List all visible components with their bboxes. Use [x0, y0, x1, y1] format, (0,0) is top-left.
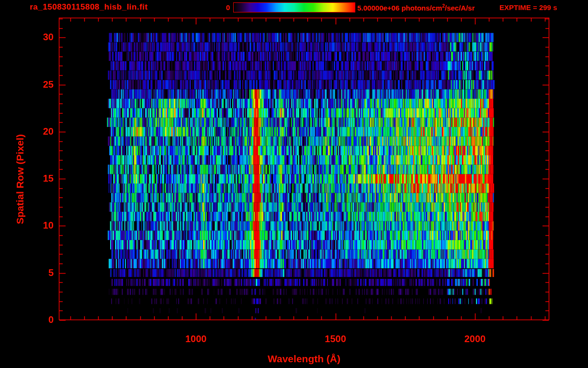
y-tick-label: 30 [28, 32, 54, 43]
x-tick-label: 2000 [453, 334, 497, 345]
y-tick-label: 20 [28, 126, 54, 137]
y-tick-label: 25 [28, 79, 54, 90]
x-tick-label: 1500 [314, 334, 357, 345]
spectral-image-window: ra_150830115808_hisb_lin.fit 0 5.00000e+… [0, 0, 588, 368]
x-tick-label: 1000 [174, 334, 217, 345]
y-tick-label: 0 [28, 314, 54, 325]
y-tick-label: 5 [28, 267, 54, 278]
x-axis-title: Wavelength (Å) [268, 353, 340, 365]
y-axis-title: Spatial Row (Pixel) [14, 134, 26, 224]
y-tick-label: 15 [28, 173, 54, 184]
y-tick-label: 10 [28, 220, 54, 231]
spectrogram-canvas [0, 0, 588, 368]
